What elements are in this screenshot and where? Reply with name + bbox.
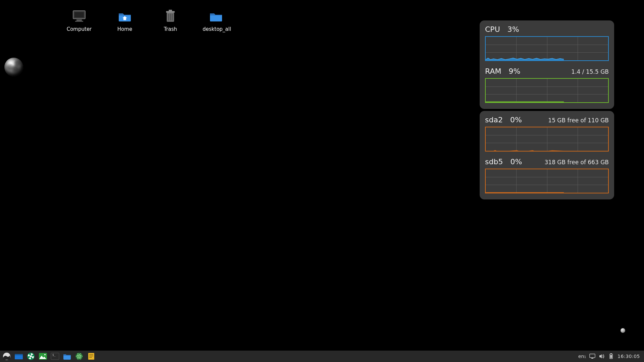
sdb5-graph xyxy=(485,169,609,193)
folder-icon xyxy=(209,9,223,23)
app-image-launcher[interactable] xyxy=(38,352,48,361)
app-terminal-launcher[interactable]: $_ xyxy=(50,352,60,361)
ram-percent: 9% xyxy=(508,67,520,75)
clock[interactable]: 16:30:05 xyxy=(618,354,640,359)
svg-rect-34 xyxy=(610,355,612,358)
svg-rect-11 xyxy=(486,192,564,193)
svg-point-16 xyxy=(30,355,32,357)
sda2-graph xyxy=(485,127,609,152)
sdb5-label: sdb5 xyxy=(485,158,503,166)
app-notes-launcher[interactable] xyxy=(87,352,96,361)
sdb5-detail: 318 GB free of 663 GB xyxy=(545,159,609,166)
ram-detail: 1.4 / 15.5 GB xyxy=(571,68,609,75)
monitor-icon xyxy=(72,9,87,23)
sda2-percent: 0% xyxy=(510,116,522,124)
battery-tray-icon[interactable] xyxy=(608,353,614,359)
sdb5-percent: 0% xyxy=(510,158,522,166)
start-menu-button[interactable] xyxy=(2,352,11,361)
display-tray-icon[interactable] xyxy=(589,353,595,359)
svg-rect-6 xyxy=(169,10,172,11)
taskbar: $_ xyxy=(0,351,644,362)
svg-rect-8 xyxy=(170,14,171,20)
cpu-label: CPU xyxy=(485,25,500,34)
earth-globe-widget[interactable] xyxy=(4,58,23,76)
desktop-icons: Computer Home Trash xyxy=(66,9,229,32)
svg-point-18 xyxy=(44,354,46,355)
trash-icon xyxy=(163,9,178,23)
desktop-icon-label: Trash xyxy=(157,26,184,32)
svg-rect-14 xyxy=(15,354,23,355)
cpu-graph xyxy=(485,36,609,61)
svg-text:$_: $_ xyxy=(52,354,56,357)
desktop-icon-desktop-all[interactable]: desktop_all xyxy=(203,9,229,32)
desktop-icon-home[interactable]: Home xyxy=(111,9,138,32)
app-shutter-launcher[interactable] xyxy=(26,352,36,361)
svg-rect-9 xyxy=(172,14,173,20)
svg-rect-33 xyxy=(610,353,612,354)
volume-tray-icon[interactable] xyxy=(599,353,605,359)
monitor-panel-disks: sda2 0% 15 GB free of 110 GB sdb5 0% 318… xyxy=(480,111,614,199)
taskbar-left: $_ xyxy=(0,352,96,361)
desktop-icon-label: desktop_all xyxy=(203,26,229,32)
svg-rect-2 xyxy=(76,19,82,21)
desktop-icon-label: Computer xyxy=(66,26,93,32)
sda2-detail: 15 GB free of 110 GB xyxy=(548,117,609,124)
svg-point-25 xyxy=(78,356,79,357)
svg-rect-30 xyxy=(590,354,595,358)
monitor-panel-cpu-ram: CPU 3% RAM 9% 1.4 / 15.5 GB xyxy=(480,20,614,109)
keyboard-layout-indicator[interactable]: en₁ xyxy=(578,354,586,359)
folder-home-icon xyxy=(117,9,132,23)
sda2-header: sda2 0% 15 GB free of 110 GB xyxy=(485,116,609,124)
cpu-header: CPU 3% xyxy=(485,25,609,34)
desktop-icon-trash[interactable]: Trash xyxy=(157,9,184,32)
svg-rect-3 xyxy=(75,21,83,22)
app-files-launcher[interactable] xyxy=(62,352,72,361)
svg-rect-10 xyxy=(486,102,564,102)
svg-rect-7 xyxy=(168,14,169,20)
system-monitor-widget: CPU 3% RAM 9% 1.4 / 15.5 GB xyxy=(480,20,614,201)
desktop-icon-computer[interactable]: Computer xyxy=(66,9,93,32)
desktop-icon-label: Home xyxy=(111,26,138,32)
sdb5-header: sdb5 0% 318 GB free of 663 GB xyxy=(485,158,609,166)
ram-label: RAM xyxy=(485,67,501,75)
ram-header: RAM 9% 1.4 / 15.5 GB xyxy=(485,67,609,75)
svg-rect-31 xyxy=(591,358,593,359)
taskbar-right: en₁ 16:30:05 xyxy=(578,353,644,359)
sda2-label: sda2 xyxy=(485,116,503,124)
show-desktop-button[interactable] xyxy=(14,352,23,361)
ram-graph xyxy=(485,78,609,103)
svg-rect-1 xyxy=(74,12,84,17)
app-atom-launcher[interactable] xyxy=(74,352,84,361)
cpu-percent: 3% xyxy=(507,25,519,34)
svg-rect-26 xyxy=(88,353,94,360)
moon-dot xyxy=(621,328,625,333)
